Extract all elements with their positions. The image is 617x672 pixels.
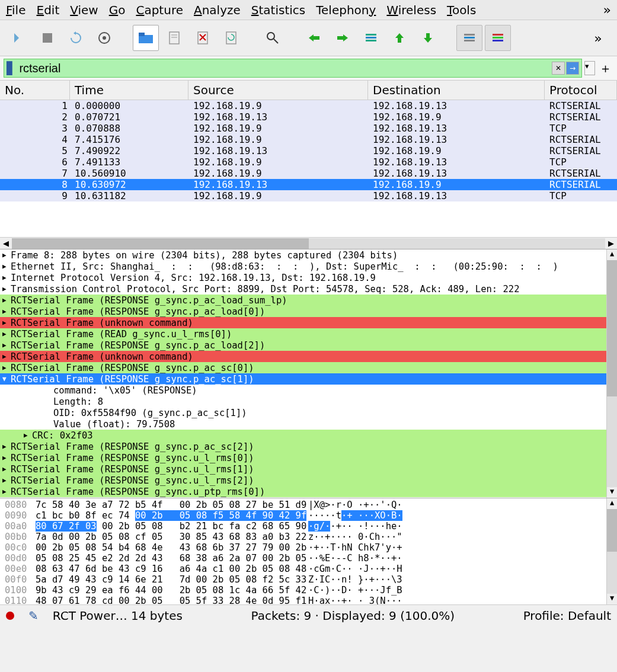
go-first-icon[interactable] <box>386 25 413 51</box>
packet-list-hscrollbar[interactable]: ◀ ▶ <box>0 237 617 249</box>
go-back-icon[interactable] <box>301 25 327 51</box>
hex-row[interactable]: 00f05a d7 49 43 c9 14 6e 21 7d 00 2b 05 … <box>0 574 617 585</box>
packet-row[interactable]: 20.070721192.168.19.13192.168.19.9RCTSER… <box>0 111 617 123</box>
details-vscrollbar[interactable]: ▲ ▼ <box>606 249 617 498</box>
detail-row[interactable]: ▶RCTSerial Frame (RESPONSE g_sync.p_ac_l… <box>0 306 617 317</box>
scroll-left-icon[interactable]: ◀ <box>0 239 12 248</box>
expander-icon[interactable]: ▶ <box>2 488 11 495</box>
find-icon[interactable] <box>260 25 286 51</box>
scroll-right-icon[interactable]: ▶ <box>605 239 617 248</box>
hex-row[interactable]: 011048 07 61 78 cd 00 2b 05 05 5f 33 28 … <box>0 596 617 605</box>
add-filter-button[interactable]: + <box>597 62 613 75</box>
bookmark-icon[interactable]: ▋ <box>7 61 15 75</box>
display-filter-input[interactable] <box>18 61 552 76</box>
packet-list-body[interactable]: 10.000000192.168.19.9192.168.19.13RCTSER… <box>0 100 617 201</box>
expander-icon[interactable]: ▶ <box>2 364 11 372</box>
hex-row[interactable]: 00a080 67 2f 03 00 2b 05 08 b2 21 bc fa … <box>0 521 617 532</box>
packet-row[interactable]: 910.631182192.168.19.9192.168.19.13TCP <box>0 190 617 201</box>
close-file-icon[interactable] <box>190 25 216 51</box>
menu-statistics[interactable]: Statistics <box>251 3 305 17</box>
expander-icon[interactable]: ▶ <box>2 330 11 338</box>
expander-icon[interactable]: ▶ <box>2 274 11 281</box>
hex-row[interactable]: 01009b 43 c9 29 ea f6 44 00 2b 05 08 1c … <box>0 585 617 596</box>
go-last-icon[interactable] <box>415 25 441 51</box>
expander-icon[interactable]: ▼ <box>2 375 11 383</box>
hex-vscrollbar[interactable]: ▲ ▼ <box>606 498 617 604</box>
hex-row[interactable]: 00d005 08 25 45 e2 2d 2d 43 68 38 a6 2a … <box>0 553 617 564</box>
expander-icon[interactable]: ▶ <box>2 296 11 304</box>
filter-history-icon[interactable]: ▾ <box>584 61 595 75</box>
capture-options-icon[interactable] <box>91 25 117 51</box>
go-to-packet-icon[interactable] <box>358 25 384 51</box>
detail-row[interactable]: ▼RCTSerial Frame (RESPONSE g_sync.p_ac_s… <box>0 373 617 385</box>
menu-analyze[interactable]: Analyze <box>194 3 241 17</box>
expander-icon[interactable]: ▶ <box>2 285 11 293</box>
hscroll-thumb[interactable] <box>12 238 309 249</box>
start-capture-icon[interactable] <box>6 25 32 51</box>
open-file-icon[interactable] <box>133 25 159 51</box>
expert-info-icon[interactable] <box>6 612 14 620</box>
stop-capture-icon[interactable] <box>34 25 60 51</box>
scroll-down-icon[interactable]: ▼ <box>607 594 617 604</box>
col-time[interactable]: Time <box>70 81 188 100</box>
detail-row[interactable]: ▶CRC: 0x2f03 <box>0 430 617 441</box>
packet-row[interactable]: 810.630972192.168.19.13192.168.19.9RCTSE… <box>0 179 617 190</box>
menu-overflow-icon[interactable]: » <box>603 2 611 17</box>
hex-row[interactable]: 00c000 2b 05 08 54 b4 68 4e 43 68 6b 37 … <box>0 542 617 553</box>
detail-row[interactable]: ▶RCTSerial Frame (RESPONSE g_sync.p_ac_s… <box>0 362 617 373</box>
expander-icon[interactable]: ▶ <box>2 476 11 484</box>
status-profile[interactable]: Profile: Default <box>523 609 611 623</box>
edit-capture-comment-icon[interactable]: ✎ <box>28 609 39 623</box>
display-filter-field[interactable]: ▋ ✕ → <box>4 59 582 78</box>
detail-row[interactable]: ▶RCTSerial Frame (unknown command) <box>0 351 617 362</box>
menu-go[interactable]: Go <box>109 3 126 17</box>
clear-filter-icon[interactable]: ✕ <box>552 62 565 75</box>
detail-row[interactable]: ▶RCTSerial Frame (RESPONSE g_sync.u_l_rm… <box>0 452 617 463</box>
col-source[interactable]: Source <box>188 81 368 100</box>
col-protocol[interactable]: Protocol <box>545 81 617 100</box>
apply-filter-icon[interactable]: → <box>566 62 579 75</box>
packet-row[interactable]: 710.560910192.168.19.9192.168.19.13RCTSE… <box>0 168 617 179</box>
detail-row[interactable]: ▶RCTSerial Frame (RESPONSE g_sync.u_ptp_… <box>0 486 617 497</box>
hex-row[interactable]: 00807c 58 40 3e a7 72 b5 4f 00 2b 05 08 … <box>0 500 617 510</box>
expander-icon[interactable]: ▶ <box>2 308 11 315</box>
expander-icon[interactable]: ▶ <box>2 251 11 259</box>
colorize-icon[interactable] <box>485 25 511 51</box>
packet-row[interactable]: 10.000000192.168.19.9192.168.19.13RCTSER… <box>0 100 617 111</box>
col-destination[interactable]: Destination <box>368 81 545 100</box>
detail-row[interactable]: ▶Internet Protocol Version 4, Src: 192.1… <box>0 272 617 283</box>
detail-row[interactable]: ▶RCTSerial Frame (RESPONSE g_sync.p_ac_l… <box>0 295 617 306</box>
menu-edit[interactable]: Edit <box>36 3 59 17</box>
packet-row[interactable]: 57.490922192.168.19.13192.168.19.9RCTSER… <box>0 145 617 156</box>
hex-row[interactable]: 00e008 63 47 6d be 43 c9 16 a6 4a c1 00 … <box>0 564 617 574</box>
hex-row[interactable]: 00b07a 0d 00 2b 05 08 cf 05 30 85 43 68 … <box>0 532 617 542</box>
expander-icon[interactable]: ▶ <box>2 454 11 462</box>
menu-telephony[interactable]: Telephony <box>316 3 376 17</box>
hex-row[interactable]: 0090c1 bc b0 8f ec 74 00 2b 05 08 f5 58 … <box>0 510 617 521</box>
col-no[interactable]: No. <box>0 81 70 100</box>
menu-capture[interactable]: Capture <box>136 3 183 17</box>
menu-file[interactable]: File <box>6 3 25 17</box>
menu-view[interactable]: View <box>70 3 98 17</box>
vscroll-thumb[interactable] <box>607 260 617 396</box>
detail-row[interactable]: ▶RCTSerial Frame (RESPONSE g_sync.u_l_rm… <box>0 475 617 486</box>
detail-row[interactable]: ▶Ethernet II, Src: Shanghai_ : : (98:d8:… <box>0 261 617 272</box>
restart-capture-icon[interactable] <box>63 25 89 51</box>
expander-icon[interactable]: ▶ <box>24 431 32 439</box>
auto-scroll-icon[interactable] <box>456 25 482 51</box>
detail-row[interactable]: Length: 8 <box>0 396 617 407</box>
expander-icon[interactable]: ▶ <box>2 443 11 450</box>
scroll-up-icon[interactable]: ▲ <box>607 249 617 260</box>
detail-row[interactable]: Value (float): 79.7508 <box>0 418 617 430</box>
detail-row[interactable]: OID: 0xf5584f90 (g_sync.p_ac_sc[1]) <box>0 407 617 418</box>
packet-row[interactable]: 67.491133192.168.19.9192.168.19.13TCP <box>0 156 617 168</box>
detail-row[interactable]: ▶RCTSerial Frame (RESPONSE g_sync.p_ac_s… <box>0 441 617 452</box>
packet-bytes-pane[interactable]: 00807c 58 40 3e a7 72 b5 4f 00 2b 05 08 … <box>0 498 617 605</box>
menu-tools[interactable]: Tools <box>447 3 476 17</box>
save-file-icon[interactable] <box>161 25 187 51</box>
packet-details-pane[interactable]: ▶Frame 8: 288 bytes on wire (2304 bits),… <box>0 249 617 498</box>
reload-file-icon[interactable] <box>218 25 244 51</box>
scroll-down-icon[interactable]: ▼ <box>607 487 617 498</box>
packet-row[interactable]: 30.070888192.168.19.9192.168.19.13TCP <box>0 123 617 134</box>
detail-row[interactable]: ▶RCTSerial Frame (unknown command) <box>0 317 617 328</box>
